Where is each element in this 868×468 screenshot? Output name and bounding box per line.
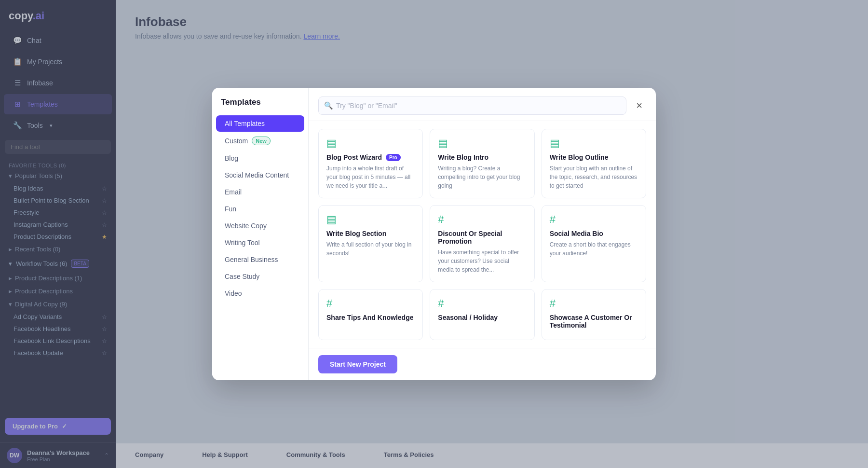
card-title: Share Tips And Knowledge xyxy=(326,314,413,321)
blog-icon: ▤ xyxy=(550,137,638,150)
template-grid: ▤ Blog Post Wizard Pro Jump into a whole… xyxy=(318,129,646,348)
card-title: Write Blog Section xyxy=(326,230,386,237)
new-badge: New xyxy=(252,137,271,145)
card-title-row: Write Blog Section xyxy=(326,230,415,237)
modal-nav-all-templates[interactable]: All Templates xyxy=(216,115,304,132)
card-desc: Have something special to offer your cus… xyxy=(438,248,526,274)
modal-nav-social[interactable]: Social Media Content xyxy=(216,167,304,183)
close-button[interactable]: × xyxy=(632,97,646,114)
template-card-seasonal[interactable]: # Seasonal / Holiday xyxy=(430,289,534,340)
card-title-row: Social Media Bio xyxy=(550,230,638,237)
modal-nav-custom[interactable]: Custom New xyxy=(216,132,304,150)
modal-nav: Templates All Templates Custom New Blog … xyxy=(212,88,309,380)
card-title: Write Blog Intro xyxy=(438,153,488,161)
blog-icon: ▤ xyxy=(438,137,526,150)
card-title-row: Share Tips And Knowledge xyxy=(326,314,415,321)
modal-main: 🔍 × ▤ Blog Post Wizard Pro Jump into a w… xyxy=(309,88,656,380)
template-card-share-tips[interactable]: # Share Tips And Knowledge xyxy=(318,289,423,340)
card-title: Showcase A Customer Or Testimonial xyxy=(550,314,638,329)
hashtag-icon: # xyxy=(438,213,526,226)
modal-nav-general[interactable]: General Business xyxy=(216,251,304,268)
template-search-input[interactable] xyxy=(318,96,626,115)
card-desc: Writing a blog? Create a compelling intr… xyxy=(438,164,526,190)
modal-nav-email[interactable]: Email xyxy=(216,184,304,200)
modal-nav-video[interactable]: Video xyxy=(216,285,304,302)
card-desc: Create a short bio that engages your aud… xyxy=(550,240,638,258)
modal-nav-blog[interactable]: Blog xyxy=(216,150,304,166)
template-card-discount-promo[interactable]: # Discount Or Special Promotion Have som… xyxy=(430,205,534,282)
card-title-row: Blog Post Wizard Pro xyxy=(326,153,415,161)
hashtag-icon: # xyxy=(438,297,526,310)
card-title: Discount Or Special Promotion xyxy=(438,230,526,245)
template-card-write-blog-outline[interactable]: ▤ Write Blog Outline Start your blog wit… xyxy=(542,129,646,198)
template-card-social-bio[interactable]: # Social Media Bio Create a short bio th… xyxy=(542,205,646,282)
hashtag-icon: # xyxy=(550,297,638,310)
card-title-row: Seasonal / Holiday xyxy=(438,314,526,321)
modal-nav-website[interactable]: Website Copy xyxy=(216,218,304,234)
blog-icon: ▤ xyxy=(326,213,415,226)
modal-nav-fun[interactable]: Fun xyxy=(216,201,304,217)
card-desc: Start your blog with an outline of the t… xyxy=(550,164,638,190)
template-card-showcase-customer[interactable]: # Showcase A Customer Or Testimonial xyxy=(542,289,646,340)
card-desc: Write a full section of your blog in sec… xyxy=(326,240,415,258)
card-desc: Jump into a whole first draft of your bl… xyxy=(326,164,415,190)
pro-badge: Pro xyxy=(386,154,401,161)
card-title: Seasonal / Holiday xyxy=(438,314,498,321)
template-card-write-blog-section[interactable]: ▤ Write Blog Section Write a full sectio… xyxy=(318,205,423,282)
template-grid-area: ▤ Blog Post Wizard Pro Jump into a whole… xyxy=(309,121,656,348)
search-icon: 🔍 xyxy=(324,101,333,110)
template-card-blog-post-wizard[interactable]: ▤ Blog Post Wizard Pro Jump into a whole… xyxy=(318,129,423,198)
modal-overlay[interactable]: Templates All Templates Custom New Blog … xyxy=(0,0,868,468)
card-title: Social Media Bio xyxy=(550,230,603,237)
modal-title: Templates xyxy=(212,97,308,115)
card-title-row: Write Blog Intro xyxy=(438,153,526,161)
blog-icon: ▤ xyxy=(326,137,415,150)
template-card-write-blog-intro[interactable]: ▤ Write Blog Intro Writing a blog? Creat… xyxy=(430,129,534,198)
templates-modal: Templates All Templates Custom New Blog … xyxy=(212,88,656,380)
modal-header: 🔍 × xyxy=(309,88,656,121)
modal-footer: Start New Project xyxy=(309,348,656,380)
modal-nav-case[interactable]: Case Study xyxy=(216,268,304,285)
modal-nav-writing[interactable]: Writing Tool xyxy=(216,234,304,251)
search-wrapper: 🔍 xyxy=(318,96,626,115)
card-title-row: Discount Or Special Promotion xyxy=(438,230,526,245)
hashtag-icon: # xyxy=(550,213,638,226)
start-new-project-button[interactable]: Start New Project xyxy=(318,355,397,373)
card-title: Blog Post Wizard xyxy=(326,153,382,161)
card-title: Write Blog Outline xyxy=(550,153,609,161)
card-title-row: Write Blog Outline xyxy=(550,153,638,161)
hashtag-icon: # xyxy=(326,297,415,310)
card-title-row: Showcase A Customer Or Testimonial xyxy=(550,314,638,329)
